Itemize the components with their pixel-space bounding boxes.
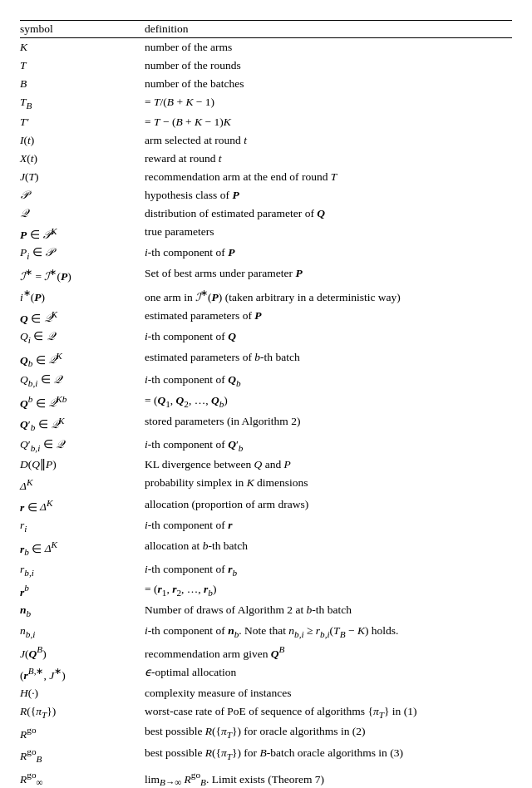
definition-cell: ϵ-optimal allocation bbox=[145, 662, 512, 683]
symbol-cell: T bbox=[20, 57, 145, 75]
col-header-symbol: symbol bbox=[20, 21, 145, 38]
definition-cell: one arm in ℐ∗(P) (taken arbitrary in a d… bbox=[145, 285, 512, 306]
symbol-cell: Q′b,i ∈ 𝒬 bbox=[20, 436, 145, 456]
symbol-cell: r ∈ ΔK bbox=[20, 495, 145, 516]
table-row: P ∈ 𝒫Ktrue parameters bbox=[20, 223, 512, 244]
symbol-cell: nb,i bbox=[20, 622, 145, 642]
table-row: 𝒬distribution of estimated parameter of … bbox=[20, 204, 512, 223]
table-row: Qi ∈ 𝒬i-th component of Q bbox=[20, 328, 512, 347]
symbol-cell: B bbox=[20, 75, 145, 93]
table-row: ΔKprobability simplex in K dimensions bbox=[20, 474, 512, 495]
symbol-cell: 𝒬 bbox=[20, 204, 145, 223]
symbol-cell: X(t) bbox=[20, 150, 145, 168]
table-row: J(QB)recommendation arm given QB bbox=[20, 642, 512, 662]
symbol-cell: rb,i bbox=[20, 559, 145, 579]
table-row: Qb,i ∈ 𝒬i-th component of Qb bbox=[20, 371, 512, 391]
definition-cell: hypothesis class of P bbox=[145, 186, 512, 204]
definition-cell: stored parameters (in Algorithm 2) bbox=[145, 412, 512, 436]
symbol-cell: ℐ∗ = ℐ∗(P) bbox=[20, 264, 145, 285]
symbol-cell: Qb ∈ 𝒬K bbox=[20, 347, 145, 371]
table-row: rb,ii-th component of rb bbox=[20, 559, 512, 579]
table-row: Qb ∈ 𝒬Kestimated parameters of b-th batc… bbox=[20, 347, 512, 371]
symbol-cell: ΔK bbox=[20, 474, 145, 495]
symbol-cell: Rgo bbox=[20, 722, 145, 743]
table-row: TB= T/(B + K − 1) bbox=[20, 93, 512, 113]
definition-cell: i-th component of rb bbox=[145, 559, 512, 579]
table-row: Tnumber of the rounds bbox=[20, 57, 512, 75]
table-row: Qb ∈ 𝒬Kb= (Q1, Q2, …, Qb) bbox=[20, 392, 512, 412]
symbol-cell: T′ bbox=[20, 113, 145, 131]
definition-cell: arm selected at round t bbox=[145, 131, 512, 150]
table-row: Knumber of the arms bbox=[20, 38, 512, 57]
symbol-cell: ri bbox=[20, 516, 145, 536]
symbol-cell: (rB,∗, J∗) bbox=[20, 662, 145, 683]
symbol-cell: D(Q‖P) bbox=[20, 456, 145, 474]
definition-cell: limB→∞ RgoB. Limit exists (Theorem 7) bbox=[145, 766, 512, 788]
definition-cell: distribution of estimated parameter of Q bbox=[145, 204, 512, 223]
table-row: Q′b ∈ 𝒬Kstored parameters (in Algorithm … bbox=[20, 412, 512, 436]
table-row: D(Q‖P)KL divergence between Q and P bbox=[20, 456, 512, 474]
symbol-cell: nb bbox=[20, 601, 145, 621]
table-row: RgoBbest possible R({πT}) for B-batch or… bbox=[20, 744, 512, 767]
table-row: Q ∈ 𝒬Kestimated parameters of P bbox=[20, 307, 512, 328]
symbol-cell: Qb,i ∈ 𝒬 bbox=[20, 371, 145, 391]
table-row: rii-th component of r bbox=[20, 516, 512, 536]
table-row: T′= T − (B + K − 1)K bbox=[20, 113, 512, 131]
definition-cell: number of the batches bbox=[145, 75, 512, 93]
symbol-cell: rb bbox=[20, 580, 145, 601]
definition-cell: estimated parameters of b-th batch bbox=[145, 347, 512, 371]
table-row: J(T)recommendation arm at the end of rou… bbox=[20, 168, 512, 186]
definition-cell: worst-case rate of PoE of sequence of al… bbox=[145, 702, 512, 722]
symbol-cell: K bbox=[20, 38, 145, 57]
table-row: Rgobest possible R({πT}) for oracle algo… bbox=[20, 722, 512, 743]
table-row: nb,ii-th component of nb. Note that nb,i… bbox=[20, 622, 512, 642]
definition-cell: = T/(B + K − 1) bbox=[145, 93, 512, 113]
definition-cell: recommendation arm at the end of round T bbox=[145, 168, 512, 186]
definition-cell: i-th component of Q bbox=[145, 328, 512, 347]
definition-cell: best possible R({πT}) for B-batch oracle… bbox=[145, 744, 512, 767]
definition-cell: = (Q1, Q2, …, Qb) bbox=[145, 392, 512, 412]
table-row: Bnumber of the batches bbox=[20, 75, 512, 93]
definition-cell: Set of best arms under parameter P bbox=[145, 264, 512, 285]
col-header-definition: definition bbox=[145, 21, 512, 38]
definition-cell: = (r1, r2, …, rb) bbox=[145, 580, 512, 601]
symbol-cell: Pi ∈ 𝒫 bbox=[20, 244, 145, 263]
table-row: X(t)reward at round t bbox=[20, 150, 512, 168]
table-row: R({πT})worst-case rate of PoE of sequenc… bbox=[20, 702, 512, 722]
definition-cell: i-th component of nb. Note that nb,i ≥ r… bbox=[145, 622, 512, 642]
table-row: nbNumber of draws of Algorithm 2 at b-th… bbox=[20, 601, 512, 621]
definition-cell: allocation at b-th batch bbox=[145, 536, 512, 559]
definition-cell: i-th component of r bbox=[145, 516, 512, 536]
table-row: rb ∈ ΔKallocation at b-th batch bbox=[20, 536, 512, 559]
definition-cell: KL divergence between Q and P bbox=[145, 456, 512, 474]
symbol-cell: TB bbox=[20, 93, 145, 113]
symbol-cell: Qb ∈ 𝒬Kb bbox=[20, 392, 145, 412]
definition-cell: i-th component of Qb bbox=[145, 371, 512, 391]
table-row: H(·)complexity measure of instances bbox=[20, 684, 512, 702]
definition-cell: best possible R({πT}) for oracle algorit… bbox=[145, 722, 512, 743]
notation-table: symbol definition Knumber of the armsTnu… bbox=[20, 20, 512, 788]
definition-cell: allocation (proportion of arm draws) bbox=[145, 495, 512, 516]
definition-cell: recommendation arm given QB bbox=[145, 642, 512, 662]
symbol-cell: Rgo∞ bbox=[20, 766, 145, 788]
symbol-cell: 𝒫 bbox=[20, 186, 145, 204]
symbol-cell: J(QB) bbox=[20, 642, 145, 662]
symbol-cell: Q′b ∈ 𝒬K bbox=[20, 412, 145, 436]
table-row: ℐ∗ = ℐ∗(P)Set of best arms under paramet… bbox=[20, 264, 512, 285]
symbol-cell: RgoB bbox=[20, 744, 145, 767]
symbol-cell: i∗(P) bbox=[20, 285, 145, 306]
definition-cell: complexity measure of instances bbox=[145, 684, 512, 702]
table-row: i∗(P)one arm in ℐ∗(P) (taken arbitrary i… bbox=[20, 285, 512, 306]
symbol-cell: Q ∈ 𝒬K bbox=[20, 307, 145, 328]
table-row: rb= (r1, r2, …, rb) bbox=[20, 580, 512, 601]
definition-cell: = T − (B + K − 1)K bbox=[145, 113, 512, 131]
table-row: 𝒫hypothesis class of P bbox=[20, 186, 512, 204]
table-row: r ∈ ΔKallocation (proportion of arm draw… bbox=[20, 495, 512, 516]
symbol-cell: J(T) bbox=[20, 168, 145, 186]
table-row: Rgo∞limB→∞ RgoB. Limit exists (Theorem 7… bbox=[20, 766, 512, 788]
definition-cell: Number of draws of Algorithm 2 at b-th b… bbox=[145, 601, 512, 621]
table-row: Pi ∈ 𝒫i-th component of P bbox=[20, 244, 512, 263]
symbol-cell: P ∈ 𝒫K bbox=[20, 223, 145, 244]
table-row: Q′b,i ∈ 𝒬i-th component of Q′b bbox=[20, 436, 512, 456]
definition-cell: estimated parameters of P bbox=[145, 307, 512, 328]
